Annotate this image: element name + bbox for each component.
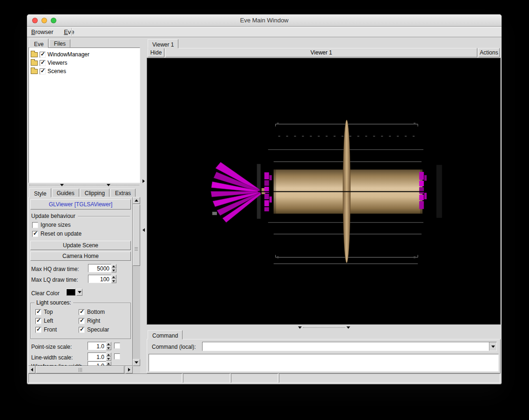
- splitter-arrow-icon[interactable]: [346, 326, 350, 329]
- browser-tabs: Eve Files: [29, 38, 71, 47]
- reset-on-update-row[interactable]: Reset on update: [32, 230, 81, 237]
- chevron-down-icon: [491, 345, 495, 348]
- tree-item[interactable]: Scenes: [30, 67, 139, 75]
- point-size-scale-input[interactable]: 1.0: [88, 342, 106, 350]
- light-right-checkbox[interactable]: [79, 318, 85, 324]
- command-input[interactable]: [203, 342, 489, 351]
- light-left-row[interactable]: Left: [35, 318, 53, 324]
- detector-3d-render: [147, 58, 500, 324]
- tab-clipping[interactable]: Clipping: [80, 189, 109, 197]
- tab-extras[interactable]: Extras: [110, 189, 136, 197]
- camera-home-button[interactable]: Camera Home: [30, 251, 131, 261]
- gl-viewport[interactable]: [147, 58, 501, 325]
- tab-style[interactable]: Style: [29, 188, 51, 197]
- light-specular-row[interactable]: Specular: [79, 326, 109, 333]
- light-bottom-label: Bottom: [87, 309, 105, 315]
- splitter-arrow-icon[interactable]: [298, 326, 302, 329]
- ignore-sizes-row[interactable]: Ignore sizes: [32, 222, 71, 228]
- tree-item-label[interactable]: Viewers: [47, 60, 67, 66]
- glviewer-button[interactable]: GLViewer [TGLSAViewer]: [30, 199, 131, 210]
- command-output[interactable]: [149, 354, 499, 372]
- spin-up-button[interactable]: [106, 352, 111, 357]
- tree-item-label[interactable]: WindowManager: [47, 51, 89, 58]
- scrollbar-thumb[interactable]: [133, 204, 140, 266]
- light-top-row[interactable]: Top: [35, 309, 53, 315]
- titlebar[interactable]: Eve Main Window: [27, 14, 502, 27]
- minimize-button[interactable]: [41, 18, 47, 23]
- tree-item-checkbox[interactable]: [40, 68, 46, 75]
- light-bottom-row[interactable]: Bottom: [79, 309, 105, 315]
- splitter-arrow-icon[interactable]: [60, 184, 64, 186]
- tab-command[interactable]: Command: [148, 330, 183, 339]
- reset-on-update-checkbox[interactable]: [32, 231, 38, 237]
- spin-up-button[interactable]: [106, 342, 111, 346]
- scrollbar-thumb[interactable]: [36, 366, 124, 373]
- folder-icon: [31, 69, 38, 74]
- update-scene-button[interactable]: Update Scene: [30, 241, 131, 250]
- command-combobox[interactable]: [202, 342, 497, 351]
- horizontal-scrollbar[interactable]: [28, 366, 133, 373]
- max-lq-input[interactable]: 100: [88, 275, 111, 283]
- spin-down-button[interactable]: [106, 357, 111, 361]
- close-button[interactable]: [32, 18, 38, 23]
- splitter-arrow-icon[interactable]: [142, 228, 145, 232]
- tree-item[interactable]: WindowManager: [30, 50, 139, 59]
- light-sources-title: Light sources:: [34, 299, 73, 306]
- tab-viewer-1[interactable]: Viewer 1: [148, 39, 178, 48]
- status-cell: [231, 373, 278, 383]
- light-specular-checkbox[interactable]: [79, 327, 85, 333]
- actions-button[interactable]: Actions: [478, 48, 500, 57]
- splitter-arrow-icon[interactable]: [142, 179, 145, 183]
- reset-on-update-label: Reset on update: [41, 230, 81, 237]
- max-hq-input[interactable]: 5000: [88, 264, 111, 272]
- command-tabs: Command: [148, 330, 183, 339]
- scroll-right-button[interactable]: [126, 366, 133, 373]
- hide-button[interactable]: Hide: [148, 48, 164, 57]
- horizontal-splitter[interactable]: [28, 183, 140, 188]
- point-size-scale-label: Point-size scale:: [31, 344, 72, 350]
- light-bottom-checkbox[interactable]: [79, 309, 85, 315]
- clear-color-swatch[interactable]: [66, 289, 75, 296]
- tab-eve[interactable]: Eve: [29, 39, 48, 48]
- tree-item-label[interactable]: Scenes: [47, 68, 66, 75]
- status-bar: [28, 373, 500, 383]
- vertical-splitter[interactable]: [141, 37, 146, 373]
- light-left-label: Left: [44, 318, 53, 324]
- scroll-down-button[interactable]: [133, 359, 140, 366]
- command-dropdown-button[interactable]: [489, 342, 496, 351]
- vertical-scrollbar[interactable]: [133, 197, 140, 366]
- spin-up-button[interactable]: [106, 361, 111, 366]
- spin-down-button[interactable]: [111, 268, 116, 272]
- menu-eve[interactable]: Eve: [60, 27, 78, 37]
- scroll-left-button[interactable]: [28, 366, 35, 373]
- viewport-splitter[interactable]: [298, 325, 350, 329]
- light-front-checkbox[interactable]: [35, 327, 41, 333]
- line-width-checkbox[interactable]: [114, 353, 120, 359]
- light-front-row[interactable]: Front: [35, 326, 57, 333]
- line-width-scale-input[interactable]: 1.0: [88, 352, 106, 361]
- zoom-button[interactable]: [51, 18, 56, 23]
- scene-tree: WindowManager Viewers Scenes: [28, 47, 140, 183]
- clear-color-dropdown[interactable]: [76, 289, 82, 296]
- wireframe-spinner: [106, 361, 111, 366]
- tree-item[interactable]: Viewers: [30, 59, 139, 67]
- ignore-sizes-checkbox[interactable]: [32, 222, 38, 228]
- tab-files[interactable]: Files: [49, 39, 70, 47]
- light-left-checkbox[interactable]: [35, 318, 41, 324]
- scroll-up-button[interactable]: [133, 197, 140, 204]
- spin-down-button[interactable]: [111, 279, 116, 283]
- light-top-checkbox[interactable]: [35, 309, 41, 315]
- chevron-down-icon: [78, 291, 81, 293]
- spin-up-button[interactable]: [111, 264, 116, 268]
- tab-guides[interactable]: Guides: [52, 189, 79, 197]
- menu-browser[interactable]: Browser: [27, 27, 58, 37]
- viewer-title-bar[interactable]: Viewer 1: [165, 48, 477, 57]
- spin-up-button[interactable]: [111, 275, 116, 279]
- wireframe-line-width-input[interactable]: 1.0: [88, 361, 106, 366]
- splitter-arrow-icon[interactable]: [107, 184, 110, 186]
- light-right-row[interactable]: Right: [79, 318, 100, 324]
- point-size-checkbox[interactable]: [114, 343, 120, 349]
- tree-item-checkbox[interactable]: [40, 52, 46, 58]
- spin-down-button[interactable]: [106, 346, 111, 350]
- tree-item-checkbox[interactable]: [40, 60, 46, 66]
